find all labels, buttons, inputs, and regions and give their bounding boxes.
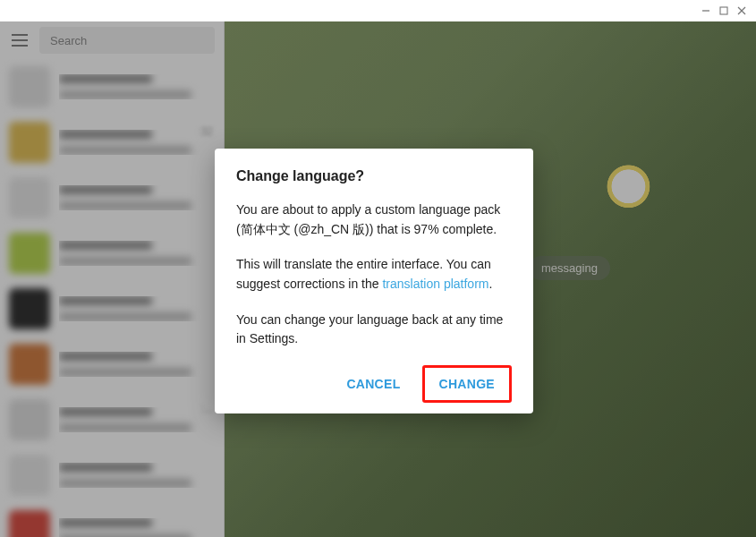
language-pack-name: 简体中文 (@zh_CN 版) <box>241 222 370 236</box>
dialog-text: . <box>488 277 492 291</box>
window-close-button[interactable] <box>733 3 751 19</box>
window-titlebar <box>0 0 756 21</box>
change-language-dialog: Change language? You are about to apply … <box>215 149 533 413</box>
change-button[interactable]: CHANGE <box>422 365 512 403</box>
window-minimize-button[interactable] <box>697 3 715 19</box>
dialog-paragraph-1: You are about to apply a custom language… <box>236 200 512 239</box>
cancel-button[interactable]: CANCEL <box>332 365 414 403</box>
dialog-title: Change language? <box>236 168 512 184</box>
dialog-paragraph-3: You can change your language back at any… <box>236 311 512 349</box>
dialog-paragraph-2: This will translate the entire interface… <box>236 255 512 294</box>
svg-rect-1 <box>720 7 727 14</box>
window-maximize-button[interactable] <box>715 3 733 19</box>
dialog-text: ) that is 97% complete. <box>370 222 497 236</box>
translation-platform-link[interactable]: translation platform <box>382 277 488 291</box>
dialog-actions: CANCEL CHANGE <box>236 365 512 403</box>
